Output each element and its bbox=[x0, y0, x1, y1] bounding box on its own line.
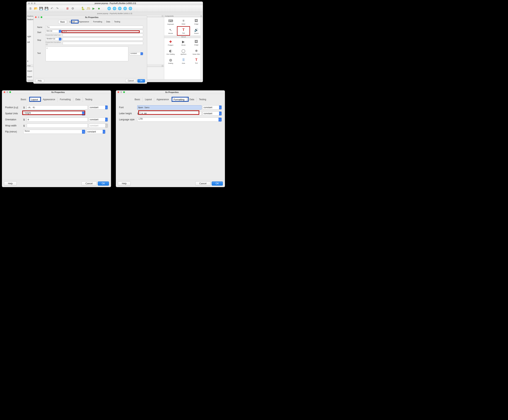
letter-height-input[interactable] bbox=[141, 111, 202, 116]
text-content-input[interactable] bbox=[45, 46, 128, 61]
window-controls[interactable] bbox=[116, 91, 125, 93]
component-aperture[interactable]: ◯Aperture bbox=[177, 47, 190, 56]
runner-icon[interactable]: ▶ bbox=[91, 7, 96, 11]
zoom-icon[interactable] bbox=[34, 2, 36, 4]
component-movie[interactable]: ▶Movie bbox=[177, 38, 190, 47]
globe-4-icon[interactable]: 🌐 bbox=[123, 7, 127, 11]
minimize-icon[interactable] bbox=[7, 91, 8, 93]
cancel-button[interactable]: Cancel bbox=[125, 79, 136, 82]
component-text[interactable]: TText bbox=[177, 26, 190, 36]
units-select[interactable]: height bbox=[23, 111, 85, 116]
help-button[interactable]: Help bbox=[118, 181, 131, 186]
close-icon[interactable] bbox=[4, 91, 5, 93]
start-unit-select[interactable]: time (s) bbox=[45, 30, 61, 33]
help-button[interactable]: Help bbox=[4, 181, 17, 186]
globe-1-icon[interactable]: 🌐 bbox=[107, 7, 111, 11]
compile-js-icon[interactable]: JS bbox=[86, 7, 90, 11]
font-input[interactable] bbox=[137, 105, 202, 110]
minimize-icon[interactable] bbox=[38, 16, 39, 18]
tab-data[interactable]: Data bbox=[104, 20, 112, 24]
run-icon[interactable]: ● bbox=[97, 7, 101, 11]
tab-layout[interactable]: Layout bbox=[67, 20, 77, 24]
help-button[interactable]: Help bbox=[35, 79, 44, 82]
position-update-select[interactable]: constant bbox=[89, 105, 108, 110]
redo-icon[interactable]: ↷ bbox=[55, 7, 59, 11]
start-value-input[interactable] bbox=[63, 30, 143, 33]
components-scrollbar[interactable] bbox=[201, 17, 203, 79]
new-file-icon[interactable]: 🗎 bbox=[29, 7, 33, 11]
tab-basic[interactable]: Basic bbox=[18, 97, 29, 102]
tab-basic[interactable]: Basic bbox=[132, 97, 142, 102]
name-input[interactable] bbox=[45, 26, 143, 29]
globe-3-icon[interactable]: 🌐 bbox=[118, 7, 122, 11]
ok-button[interactable]: OK bbox=[212, 181, 223, 186]
tab-data[interactable]: Data bbox=[187, 97, 196, 102]
tab-appearance[interactable]: Appearance bbox=[154, 97, 171, 102]
position-input[interactable] bbox=[27, 105, 88, 110]
close-icon[interactable] bbox=[35, 16, 37, 18]
tab-formatting[interactable]: Formatting bbox=[57, 97, 73, 102]
cancel-button[interactable]: Cancel bbox=[82, 181, 97, 186]
component-mouse[interactable]: ↖Mouse bbox=[164, 26, 177, 36]
language-style-select[interactable]: LTR bbox=[137, 118, 222, 122]
window-controls[interactable] bbox=[27, 2, 36, 4]
monitor-icon[interactable]: 🖥 bbox=[65, 7, 69, 11]
component-env-grating[interactable]: ◐Env Grating bbox=[164, 47, 177, 56]
window-controls[interactable] bbox=[33, 16, 42, 18]
stop-value-input[interactable] bbox=[63, 37, 143, 41]
components-header: Components bbox=[164, 15, 203, 17]
tab-formatting[interactable]: Formatting bbox=[171, 97, 187, 102]
component-dots[interactable]: ⠿Dots bbox=[177, 56, 190, 66]
flip-select[interactable]: None bbox=[23, 130, 85, 134]
insert-loop-button[interactable]: Insert bbox=[27, 76, 32, 78]
globe-2-icon[interactable]: 🌐 bbox=[112, 7, 117, 11]
tab-appearance[interactable]: Appearance bbox=[40, 97, 57, 102]
tab-appearance[interactable]: Appearance bbox=[77, 20, 91, 24]
tab-formatting[interactable]: Formatting bbox=[91, 20, 104, 24]
letter-height-update-select[interactable]: constant bbox=[203, 111, 222, 116]
component-grating[interactable]: ◍Grating bbox=[164, 56, 177, 66]
tab-basic[interactable]: Basic bbox=[58, 20, 67, 24]
zoom-icon[interactable] bbox=[9, 91, 11, 93]
component-keyboard[interactable]: ⌨Keyboard bbox=[164, 17, 177, 26]
close-icon[interactable] bbox=[28, 2, 30, 4]
component-polygon[interactable]: ✚Polygon bbox=[164, 38, 177, 47]
font-update-select[interactable]: constant bbox=[203, 105, 222, 110]
zoom-icon[interactable] bbox=[41, 16, 42, 18]
ok-button[interactable]: OK bbox=[137, 79, 145, 82]
panel-toggle-icon[interactable] bbox=[201, 15, 202, 17]
settings-icon[interactable]: ⚙ bbox=[71, 7, 75, 11]
tab-testing[interactable]: Testing bbox=[112, 20, 122, 24]
panel-toggle-icon[interactable] bbox=[162, 15, 163, 17]
tab-testing[interactable]: Testing bbox=[82, 97, 95, 102]
tab-layout[interactable]: Layout bbox=[142, 97, 154, 102]
wrap-update-select[interactable]: constant bbox=[89, 124, 108, 128]
cancel-button[interactable]: Cancel bbox=[195, 181, 210, 186]
close-icon[interactable] bbox=[118, 91, 119, 93]
panel-toggle-icon[interactable] bbox=[162, 65, 163, 67]
tab-testing[interactable]: Testing bbox=[196, 97, 209, 102]
undo-icon[interactable]: ↶ bbox=[50, 7, 54, 11]
open-file-icon[interactable]: 📂 bbox=[34, 7, 38, 11]
flip-update-select[interactable]: constant bbox=[86, 130, 105, 134]
insert-routine-button[interactable]: Insert bbox=[27, 70, 32, 72]
tab-layout[interactable]: Layout bbox=[29, 97, 40, 102]
window-controls[interactable] bbox=[2, 91, 11, 93]
zoom-icon[interactable] bbox=[123, 91, 125, 93]
globe-5-icon[interactable]: 🌐 bbox=[128, 7, 133, 11]
component-slider[interactable]: ≡Slider bbox=[177, 17, 190, 26]
stop-unit-select[interactable]: duration (s) bbox=[45, 37, 61, 41]
minimize-icon[interactable] bbox=[120, 91, 122, 93]
save-as-icon[interactable]: 💾 bbox=[45, 7, 49, 11]
minimize-icon[interactable] bbox=[31, 2, 33, 4]
tab-data[interactable]: Data bbox=[73, 97, 82, 102]
save-icon[interactable]: 💾 bbox=[39, 7, 43, 11]
wrap-input[interactable] bbox=[27, 124, 88, 128]
orientation-input[interactable] bbox=[27, 118, 88, 122]
compile-py-icon[interactable]: 🐍 bbox=[81, 7, 85, 11]
expected-duration-input[interactable] bbox=[63, 42, 143, 45]
ok-button[interactable]: OK bbox=[98, 181, 109, 186]
text-update-select[interactable]: constant bbox=[129, 52, 143, 55]
expected-start-input[interactable] bbox=[63, 33, 143, 37]
orientation-update-select[interactable]: constant bbox=[89, 118, 108, 122]
